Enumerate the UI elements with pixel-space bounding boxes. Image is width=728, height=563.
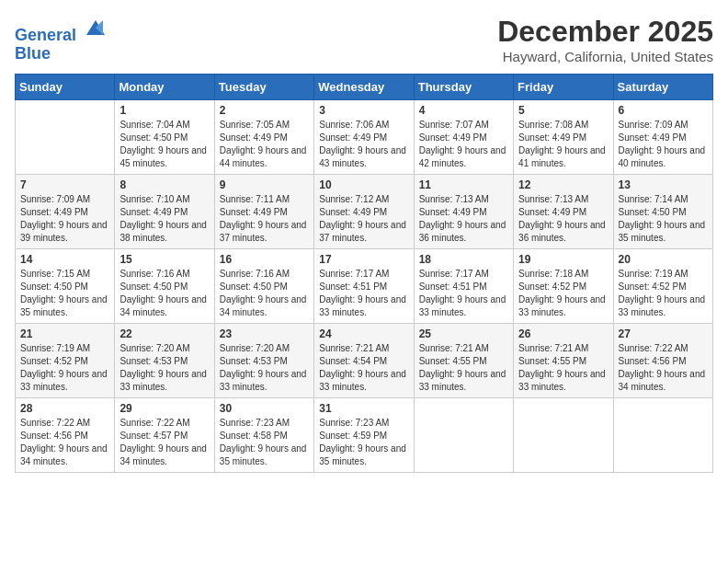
day-number: 11 <box>419 178 508 191</box>
day-info: Sunrise: 7:22 AMSunset: 4:56 PMDaylight:… <box>619 342 708 394</box>
header-saturday: Saturday <box>613 75 712 100</box>
day-info: Sunrise: 7:19 AMSunset: 4:52 PMDaylight:… <box>20 342 109 394</box>
day-cell: 6Sunrise: 7:09 AMSunset: 4:49 PMDaylight… <box>613 100 712 175</box>
day-info: Sunrise: 7:21 AMSunset: 4:55 PMDaylight:… <box>419 342 508 394</box>
page-header: General Blue December 2025 Hayward, Cali… <box>15 15 713 64</box>
day-cell <box>514 398 613 473</box>
logo-blue: Blue <box>15 45 108 63</box>
day-cell: 28Sunrise: 7:22 AMSunset: 4:56 PMDayligh… <box>16 398 115 473</box>
day-info: Sunrise: 7:13 AMSunset: 4:49 PMDaylight:… <box>419 193 508 245</box>
day-cell: 4Sunrise: 7:07 AMSunset: 4:49 PMDaylight… <box>414 100 513 175</box>
day-cell: 16Sunrise: 7:16 AMSunset: 4:50 PMDayligh… <box>214 249 313 324</box>
day-info: Sunrise: 7:11 AMSunset: 4:49 PMDaylight:… <box>220 193 309 245</box>
day-info: Sunrise: 7:16 AMSunset: 4:50 PMDaylight:… <box>119 268 209 319</box>
day-info: Sunrise: 7:10 AMSunset: 4:49 PMDaylight:… <box>119 193 209 245</box>
day-cell: 5Sunrise: 7:08 AMSunset: 4:49 PMDaylight… <box>514 100 613 175</box>
day-cell: 9Sunrise: 7:11 AMSunset: 4:49 PMDaylight… <box>214 175 313 249</box>
day-cell: 3Sunrise: 7:06 AMSunset: 4:49 PMDaylight… <box>314 100 414 175</box>
calendar-table: SundayMondayTuesdayWednesdayThursdayFrid… <box>15 74 713 473</box>
day-cell: 14Sunrise: 7:15 AMSunset: 4:50 PMDayligh… <box>16 249 115 324</box>
day-number: 27 <box>619 327 708 340</box>
day-cell: 7Sunrise: 7:09 AMSunset: 4:49 PMDaylight… <box>16 175 115 249</box>
day-cell: 12Sunrise: 7:13 AMSunset: 4:49 PMDayligh… <box>514 175 613 249</box>
day-info: Sunrise: 7:13 AMSunset: 4:49 PMDaylight:… <box>518 193 608 245</box>
day-number: 19 <box>518 253 608 266</box>
day-info: Sunrise: 7:19 AMSunset: 4:52 PMDaylight:… <box>619 268 708 319</box>
day-number: 5 <box>518 104 608 117</box>
day-cell: 2Sunrise: 7:05 AMSunset: 4:49 PMDaylight… <box>214 100 313 175</box>
day-number: 15 <box>119 253 209 266</box>
day-cell: 31Sunrise: 7:23 AMSunset: 4:59 PMDayligh… <box>314 398 414 473</box>
day-info: Sunrise: 7:22 AMSunset: 4:56 PMDaylight:… <box>20 417 109 468</box>
day-number: 24 <box>319 327 408 340</box>
day-number: 18 <box>419 253 508 266</box>
location-title: Hayward, California, United States <box>497 49 713 64</box>
day-info: Sunrise: 7:06 AMSunset: 4:49 PMDaylight:… <box>319 119 408 170</box>
header-sunday: Sunday <box>16 75 115 100</box>
day-cell: 22Sunrise: 7:20 AMSunset: 4:53 PMDayligh… <box>115 324 214 398</box>
day-number: 3 <box>319 104 408 117</box>
day-number: 21 <box>20 327 109 340</box>
day-cell: 20Sunrise: 7:19 AMSunset: 4:52 PMDayligh… <box>613 249 712 324</box>
day-info: Sunrise: 7:05 AMSunset: 4:49 PMDaylight:… <box>220 119 309 170</box>
calendar-header-row: SundayMondayTuesdayWednesdayThursdayFrid… <box>16 75 713 100</box>
logo: General Blue <box>15 15 108 63</box>
day-info: Sunrise: 7:09 AMSunset: 4:49 PMDaylight:… <box>619 119 708 170</box>
day-info: Sunrise: 7:04 AMSunset: 4:50 PMDaylight:… <box>119 119 209 170</box>
week-row-1: 1Sunrise: 7:04 AMSunset: 4:50 PMDaylight… <box>16 100 713 175</box>
day-number: 7 <box>20 178 109 191</box>
day-cell: 17Sunrise: 7:17 AMSunset: 4:51 PMDayligh… <box>314 249 414 324</box>
header-monday: Monday <box>115 75 214 100</box>
day-number: 13 <box>619 178 708 191</box>
day-cell: 21Sunrise: 7:19 AMSunset: 4:52 PMDayligh… <box>16 324 115 398</box>
day-number: 1 <box>119 104 209 117</box>
day-number: 17 <box>319 253 408 266</box>
day-info: Sunrise: 7:12 AMSunset: 4:49 PMDaylight:… <box>319 193 408 245</box>
day-cell <box>16 100 115 175</box>
day-info: Sunrise: 7:18 AMSunset: 4:52 PMDaylight:… <box>518 268 608 319</box>
week-row-3: 14Sunrise: 7:15 AMSunset: 4:50 PMDayligh… <box>16 249 713 324</box>
week-row-4: 21Sunrise: 7:19 AMSunset: 4:52 PMDayligh… <box>16 324 713 398</box>
title-area: December 2025 Hayward, California, Unite… <box>497 15 713 64</box>
day-info: Sunrise: 7:16 AMSunset: 4:50 PMDaylight:… <box>220 268 309 319</box>
day-number: 30 <box>220 402 309 415</box>
day-cell: 29Sunrise: 7:22 AMSunset: 4:57 PMDayligh… <box>115 398 214 473</box>
day-number: 6 <box>619 104 708 117</box>
day-number: 22 <box>119 327 209 340</box>
day-cell: 27Sunrise: 7:22 AMSunset: 4:56 PMDayligh… <box>613 324 712 398</box>
logo-general: General <box>15 26 76 44</box>
day-info: Sunrise: 7:08 AMSunset: 4:49 PMDaylight:… <box>518 119 608 170</box>
header-thursday: Thursday <box>414 75 513 100</box>
day-info: Sunrise: 7:20 AMSunset: 4:53 PMDaylight:… <box>119 342 209 394</box>
day-number: 25 <box>419 327 508 340</box>
month-title: December 2025 <box>497 15 713 49</box>
day-info: Sunrise: 7:14 AMSunset: 4:50 PMDaylight:… <box>619 193 708 245</box>
day-cell: 25Sunrise: 7:21 AMSunset: 4:55 PMDayligh… <box>414 324 513 398</box>
week-row-5: 28Sunrise: 7:22 AMSunset: 4:56 PMDayligh… <box>16 398 713 473</box>
day-number: 4 <box>419 104 508 117</box>
day-number: 8 <box>119 178 209 191</box>
day-number: 28 <box>20 402 109 415</box>
day-info: Sunrise: 7:20 AMSunset: 4:53 PMDaylight:… <box>220 342 309 394</box>
day-info: Sunrise: 7:15 AMSunset: 4:50 PMDaylight:… <box>20 268 109 319</box>
day-cell: 11Sunrise: 7:13 AMSunset: 4:49 PMDayligh… <box>414 175 513 249</box>
day-info: Sunrise: 7:09 AMSunset: 4:49 PMDaylight:… <box>20 193 109 245</box>
day-cell: 30Sunrise: 7:23 AMSunset: 4:58 PMDayligh… <box>214 398 313 473</box>
day-info: Sunrise: 7:23 AMSunset: 4:58 PMDaylight:… <box>220 417 309 468</box>
header-wednesday: Wednesday <box>314 75 414 100</box>
day-cell: 13Sunrise: 7:14 AMSunset: 4:50 PMDayligh… <box>613 175 712 249</box>
day-info: Sunrise: 7:17 AMSunset: 4:51 PMDaylight:… <box>419 268 508 319</box>
day-number: 2 <box>220 104 309 117</box>
day-info: Sunrise: 7:22 AMSunset: 4:57 PMDaylight:… <box>119 417 209 468</box>
day-number: 20 <box>619 253 708 266</box>
day-cell <box>414 398 513 473</box>
day-cell: 19Sunrise: 7:18 AMSunset: 4:52 PMDayligh… <box>514 249 613 324</box>
day-number: 16 <box>220 253 309 266</box>
header-tuesday: Tuesday <box>214 75 313 100</box>
day-cell: 8Sunrise: 7:10 AMSunset: 4:49 PMDaylight… <box>115 175 214 249</box>
day-cell: 1Sunrise: 7:04 AMSunset: 4:50 PMDaylight… <box>115 100 214 175</box>
day-cell: 18Sunrise: 7:17 AMSunset: 4:51 PMDayligh… <box>414 249 513 324</box>
day-number: 12 <box>518 178 608 191</box>
day-info: Sunrise: 7:17 AMSunset: 4:51 PMDaylight:… <box>319 268 408 319</box>
day-info: Sunrise: 7:23 AMSunset: 4:59 PMDaylight:… <box>319 417 408 468</box>
